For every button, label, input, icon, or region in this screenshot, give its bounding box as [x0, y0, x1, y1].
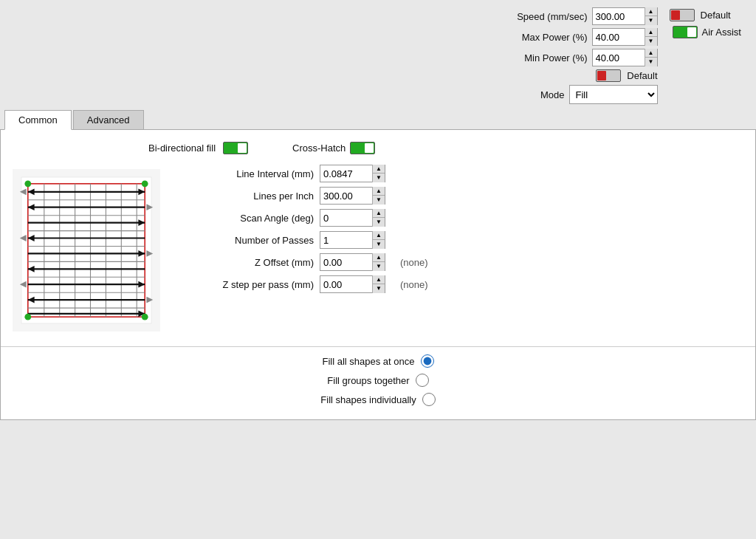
lines-per-inch-label: Lines per Inch [172, 190, 320, 202]
air-assist-toggle[interactable] [673, 26, 698, 38]
mode-row: Mode Fill Line Offset Fill [540, 85, 658, 104]
cross-hatch-toggle[interactable] [350, 142, 375, 154]
z-step-arrows: ▲ ▼ [372, 275, 385, 293]
max-power-row: Max Power (%) ▲ ▼ [522, 28, 658, 46]
speed-spinbox[interactable]: ▲ ▼ [592, 7, 658, 25]
passes-up[interactable]: ▲ [373, 231, 385, 240]
grid-preview [13, 169, 160, 332]
z-step-row: Z step per pass (mm) ▲ ▼ (none) [172, 274, 755, 295]
default-row: Default [591, 69, 657, 82]
content-area: Line Interval (mm) ▲ ▼ Lines per Inch ▲ [1, 157, 755, 343]
scan-angle-spinbox[interactable]: ▲ ▼ [320, 209, 385, 227]
line-interval-input[interactable] [320, 165, 372, 182]
speed-arrows: ▲ ▼ [645, 7, 657, 25]
z-step-input[interactable] [320, 276, 372, 292]
max-power-up-btn[interactable]: ▲ [645, 28, 657, 37]
scan-angle-input[interactable] [320, 210, 372, 226]
min-power-arrows: ▲ ▼ [645, 49, 657, 66]
bi-directional-toggle[interactable] [223, 142, 248, 154]
default-toggle-header-thumb [671, 10, 680, 20]
line-interval-row: Line Interval (mm) ▲ ▼ [172, 163, 755, 184]
svg-rect-0 [21, 177, 151, 323]
z-step-label: Z step per pass (mm) [172, 279, 320, 290]
fill-groups-radio[interactable] [416, 374, 429, 387]
svg-point-38 [24, 314, 31, 320]
default-label: Default [627, 70, 657, 81]
z-offset-up[interactable]: ▲ [373, 253, 385, 262]
passes-spinbox[interactable]: ▲ ▼ [320, 231, 385, 249]
fill-all-radio[interactable] [421, 354, 434, 368]
speed-down-btn[interactable]: ▼ [645, 16, 657, 25]
scan-angle-up[interactable]: ▲ [373, 209, 385, 218]
scan-angle-label: Scan Angle (deg) [172, 213, 320, 224]
passes-input[interactable] [320, 232, 372, 248]
tab-common[interactable]: Common [4, 110, 72, 130]
default-toggle-thumb [597, 71, 606, 80]
scan-angle-down[interactable]: ▼ [373, 218, 385, 227]
scan-angle-row: Scan Angle (deg) ▲ ▼ [172, 207, 755, 228]
z-offset-row: Z Offset (mm) ▲ ▼ (none) [172, 252, 755, 272]
min-power-input[interactable] [593, 49, 645, 66]
speed-label: Speed (mm/sec) [517, 11, 587, 22]
z-offset-arrows: ▲ ▼ [372, 253, 385, 271]
min-power-down-btn[interactable]: ▼ [645, 58, 657, 66]
speed-row: Speed (mm/sec) ▲ ▼ [517, 7, 657, 25]
lines-per-inch-input[interactable] [320, 188, 372, 204]
radio-section: Fill all shapes at once Fill groups toge… [1, 346, 755, 412]
line-interval-label: Line Interval (mm) [172, 168, 320, 179]
passes-label: Number of Passes [172, 235, 320, 246]
fill-all-row: Fill all shapes at once [322, 354, 433, 368]
z-offset-spinbox[interactable]: ▲ ▼ [320, 253, 385, 271]
z-step-spinbox[interactable]: ▲ ▼ [320, 275, 385, 293]
z-offset-label: Z Offset (mm) [172, 257, 320, 268]
lines-per-inch-row: Lines per Inch ▲ ▼ [172, 185, 755, 206]
speed-input[interactable] [593, 8, 645, 24]
line-interval-up[interactable]: ▲ [373, 165, 385, 174]
tab-advanced[interactable]: Advanced [73, 110, 144, 129]
max-power-label: Max Power (%) [522, 32, 588, 43]
z-step-down[interactable]: ▼ [373, 284, 385, 293]
svg-point-39 [142, 314, 148, 320]
z-step-right: (none) [400, 279, 428, 290]
min-power-up-btn[interactable]: ▲ [645, 49, 657, 58]
svg-point-37 [142, 180, 148, 187]
fields-area: Line Interval (mm) ▲ ▼ Lines per Inch ▲ [172, 163, 755, 337]
lines-per-inch-down[interactable]: ▼ [373, 196, 385, 205]
lines-per-inch-spinbox[interactable]: ▲ ▼ [320, 187, 385, 205]
max-power-down-btn[interactable]: ▼ [645, 37, 657, 46]
min-power-row: Min Power (%) ▲ ▼ [524, 49, 657, 66]
air-assist-toggle-thumb [687, 27, 696, 37]
passes-row: Number of Passes ▲ ▼ [172, 230, 755, 250]
passes-down[interactable]: ▼ [373, 240, 385, 249]
top-fields-col: Speed (mm/sec) ▲ ▼ Max Power (%) ▲ ▼ [517, 7, 657, 107]
lines-per-inch-up[interactable]: ▲ [373, 187, 385, 196]
min-power-spinbox[interactable]: ▲ ▼ [592, 49, 658, 66]
z-offset-input[interactable] [320, 254, 372, 270]
air-assist-toggle-row: Air Assist [670, 26, 741, 38]
fill-individually-radio[interactable] [422, 393, 436, 406]
z-step-up[interactable]: ▲ [373, 275, 385, 284]
line-interval-down[interactable]: ▼ [373, 174, 385, 182]
default-toggle-header[interactable] [670, 9, 695, 21]
max-power-input[interactable] [593, 29, 645, 45]
mode-select[interactable]: Fill Line Offset Fill [569, 85, 658, 104]
z-offset-down[interactable]: ▼ [373, 262, 385, 271]
passes-arrows: ▲ ▼ [372, 231, 385, 249]
bi-directional-thumb [238, 143, 247, 153]
speed-up-btn[interactable]: ▲ [645, 7, 657, 16]
default-toggle[interactable] [596, 69, 621, 82]
cross-hatch-label: Cross-Hatch [292, 143, 346, 154]
line-interval-arrows: ▲ ▼ [372, 165, 385, 182]
fill-groups-row: Fill groups together [327, 374, 428, 387]
fill-individually-label: Fill shapes individually [320, 394, 416, 405]
top-fields-wrapper: Speed (mm/sec) ▲ ▼ Max Power (%) ▲ ▼ [0, 0, 756, 107]
max-power-spinbox[interactable]: ▲ ▼ [592, 28, 658, 46]
air-assist-label: Air Assist [702, 27, 741, 38]
line-interval-spinbox[interactable]: ▲ ▼ [320, 165, 385, 182]
min-power-label: Min Power (%) [524, 52, 587, 63]
scan-angle-arrows: ▲ ▼ [372, 209, 385, 227]
cross-hatch-thumb [365, 143, 374, 153]
bidi-crosshatch-row: Bi-directional fill Cross-Hatch [1, 137, 755, 157]
z-offset-right: (none) [400, 257, 428, 268]
default-toggle-row: Default [670, 9, 731, 21]
